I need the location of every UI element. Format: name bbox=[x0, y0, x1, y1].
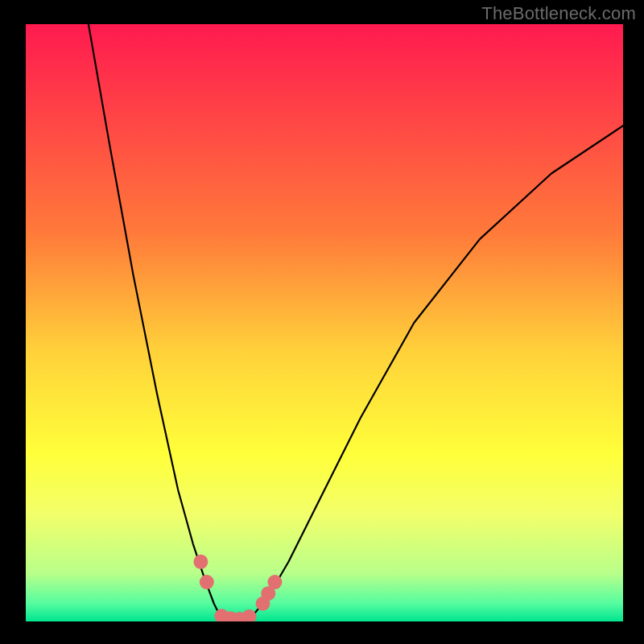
data-marker bbox=[200, 575, 214, 589]
watermark-text: TheBottleneck.com bbox=[481, 3, 636, 24]
chart-background bbox=[26, 24, 623, 621]
chart-frame: TheBottleneck.com bbox=[0, 0, 644, 644]
chart-svg bbox=[26, 24, 623, 621]
data-marker bbox=[193, 555, 208, 569]
plot-area bbox=[26, 24, 623, 621]
data-marker bbox=[267, 575, 282, 589]
